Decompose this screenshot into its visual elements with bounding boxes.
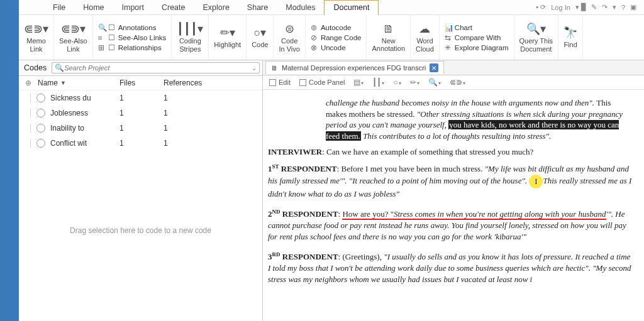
drop-hint: Drag selection here to code to a new cod… [19,226,262,235]
edit-toggle[interactable]: Edit [269,79,291,86]
ribbon: ⋐⋑▾ Memo Link ⋐⋑▾ See-Also Link 🔍☐Annota… [19,15,644,60]
menu-import[interactable]: Import [113,1,153,14]
search-icon: 🔍 [98,23,106,32]
chart-icon: 📊 [445,23,452,32]
link-icon: ⋐⋑▾ [24,22,48,36]
find-icon: 🔭 [564,26,577,40]
circle-icon [36,109,45,117]
auto-icon: ⊚ [311,23,318,32]
stripes-icon: ┃┃┃▾ [177,22,203,36]
col-name[interactable]: Name [38,79,58,87]
find-button[interactable]: 🔭 Find [558,15,583,60]
search-icon: 🔍 [55,63,64,72]
uncode-icon: ⊗ [311,43,318,52]
doc-tab-title: Maternal Depression experiences FDG tran… [282,64,426,72]
explore-diagram-button[interactable]: ✳Explore Diagram [445,43,509,52]
sort-icon: ▼ [60,80,66,86]
sync-icon[interactable]: • ⟳ [536,3,546,11]
menu-modules[interactable]: Modules [277,1,324,14]
menu-file[interactable]: File [44,1,74,14]
save-icon[interactable]: ▾ ▉ [575,3,586,11]
layout-icon[interactable]: ▤▾ [353,78,364,87]
code-row[interactable]: │ Conflict wit 1 1 [19,136,262,151]
underlined-text: Stress comes in when you're not getting … [394,209,606,220]
relationships-button[interactable]: ⊞☐Relationships [98,43,167,52]
grid-icon: ⊞ [98,43,106,52]
add-code-icon[interactable]: ⊕ [25,79,31,87]
new-annotation-button[interactable]: 🗎 New Annotation [367,15,411,60]
stripes-icon[interactable]: ┃┃▾ [372,78,384,87]
menu-explore[interactable]: Explore [194,1,238,14]
document-body[interactable]: challenge the husband becomes noisy in t… [263,90,644,321]
document-tabstrip: 🗎 Maternal Depression experiences FDG tr… [263,60,644,75]
link-icon: ⋐⋑▾ [61,22,86,36]
redo-icon[interactable]: ↷ [602,3,608,11]
text-cursor-icon: I [529,175,543,188]
annotations-button[interactable]: 🔍☐Annotations [98,23,167,32]
highlighter-icon: ✏▾ [220,26,235,40]
col-files[interactable]: Files [119,79,164,87]
compare-with-button[interactable]: ⇆Compare With [445,33,509,42]
word-cloud-button[interactable]: ☁ Word Cloud [411,15,440,60]
zoom-icon[interactable]: 🔍▾ [428,78,441,87]
code-button[interactable]: ○▾ Code [247,15,274,60]
document-tab[interactable]: 🗎 Maternal Depression experiences FDG tr… [265,61,444,74]
memo-link-button[interactable]: ⋐⋑▾ Memo Link [19,15,54,60]
range-icon: ⊘ [311,33,318,42]
pen-icon[interactable]: ✏▾ [410,78,419,87]
see-also-link-button[interactable]: ⋐⋑▾ See-Also Link [54,15,93,60]
cloud-icon: ☁ [419,22,430,36]
circle-icon [36,94,45,102]
dropdown-icon[interactable]: ▾ [613,3,616,11]
code-row[interactable]: │ Sickness du 1 1 [19,90,262,106]
highlight-button[interactable]: ✏▾ Highlight [209,15,247,60]
diagram-icon: ✳ [445,43,452,52]
query-icon: 🔍▾ [526,22,546,36]
code-row[interactable]: │ Inability to 1 1 [19,121,262,136]
menu-share[interactable]: Share [238,1,277,14]
col-references[interactable]: References [164,79,257,87]
query-this-document-button[interactable]: 🔍▾ Query This Document [514,15,559,60]
close-tab-icon[interactable]: ✕ [430,63,438,72]
circle-icon[interactable]: ○▾ [393,78,401,87]
circle-icon: ○▾ [253,26,266,40]
circle-icon [36,124,45,133]
link-icon[interactable]: ⋐⋑▾ [450,78,465,87]
circle-icon [36,139,45,148]
code-row[interactable]: │ Joblesness 1 1 [19,106,262,121]
range-code-button[interactable]: ⊘Range Code [311,33,362,42]
menu-bar: File Home Import Create Explore Share Mo… [19,0,644,15]
help-icon[interactable]: ? [621,4,625,11]
menu-create[interactable]: Create [153,1,194,14]
doc-icon: 🗎 [271,64,278,72]
app-rail [0,0,19,321]
code-panel-toggle[interactable]: Code Panel [299,79,345,86]
login-link[interactable]: Log In [551,4,570,11]
uncode-button[interactable]: ⊗Uncode [311,43,362,52]
expand-icon[interactable]: ▣ [630,3,636,11]
document-toolbar: Edit Code Panel ▤▾ ┃┃▾ ○▾ ✏▾ 🔍▾ ⋐⋑▾ [263,75,644,90]
codes-panel: Codes 🔍 ⌄ ⊕ Name▼ Files References │ Sic… [19,60,263,321]
list-icon: ≡ [98,34,106,41]
chart-button[interactable]: 📊Chart [445,23,509,32]
autocode-button[interactable]: ⊚Autocode [311,23,362,32]
code-in-vivo-button[interactable]: ⊜ Code In Vivo [274,15,305,60]
menu-document[interactable]: Document [324,0,379,16]
search-project-input[interactable]: 🔍 ⌄ [52,62,260,73]
see-also-links-button[interactable]: ≡☐See-Also Links [98,33,167,42]
panel-title: Codes [21,62,49,73]
vivo-icon: ⊜ [285,22,294,36]
chevron-down-icon[interactable]: ⌄ [252,65,257,72]
compare-icon: ⇆ [445,33,452,42]
undo-icon[interactable]: ✎ [591,3,597,11]
note-icon: 🗎 [383,23,394,36]
coding-stripes-button[interactable]: ┃┃┃▾ Coding Stripes [172,15,209,60]
menu-home[interactable]: Home [74,1,113,14]
